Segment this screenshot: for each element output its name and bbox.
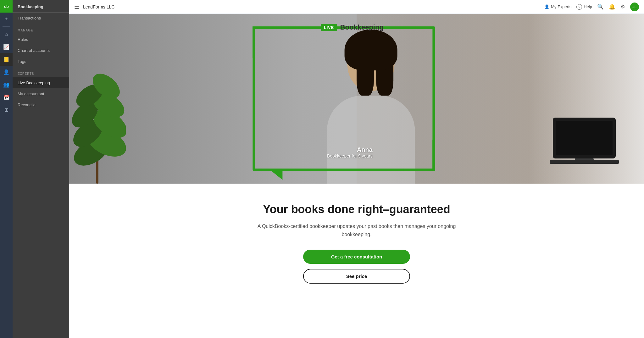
sidebar-item-reconcile[interactable]: Reconcile (13, 99, 69, 110)
bell-icon[interactable]: 🔔 (609, 3, 615, 10)
frame-bottom-right (403, 169, 435, 171)
live-bookkeeping-badge: LIVE Bookkeeping (321, 23, 384, 31)
hero-section: LIVE Bookkeeping Anna Bookkeeper for 9 y… (69, 14, 644, 184)
frame-right-bottom (432, 140, 435, 171)
rail-divider (3, 26, 10, 27)
chart-icon[interactable]: 📈 (0, 41, 13, 53)
chat-bubble (271, 171, 282, 180)
topnav: ☰ LeadForms LLC 👤 My Experts ? Help 🔍 🔔 … (69, 0, 644, 14)
svg-rect-10 (556, 121, 613, 155)
page-body: LIVE Bookkeeping Anna Bookkeeper for 9 y… (69, 14, 644, 338)
plant-decoration (72, 52, 126, 184)
calendar-icon[interactable]: 📅 (0, 91, 13, 103)
avatar[interactable]: JL (630, 3, 639, 11)
sidebar-section-experts: EXPERTS (13, 67, 69, 77)
sidebar-header: Bookkeeping (13, 0, 69, 13)
main-heading: Your books done right–guaranteed (253, 202, 460, 216)
question-icon: ? (576, 4, 582, 10)
add-icon[interactable]: + (0, 13, 13, 25)
content-section: Your books done right–guaranteed A Quick… (247, 184, 467, 309)
svg-rect-12 (575, 158, 594, 160)
help-button[interactable]: ? Help (576, 4, 592, 10)
sidebar-item-transactions[interactable]: Transactions (13, 13, 69, 24)
topnav-actions: 👤 My Experts ? Help 🔍 🔔 ⚙ JL (544, 3, 639, 11)
sidebar-section-manage: MANAGE (13, 24, 69, 34)
laptop-decoration (550, 114, 619, 171)
sidebar-item-my-accountant[interactable]: My accountant (13, 88, 69, 99)
sidebar-item-live-bookkeeping[interactable]: Live Bookkeeping (13, 77, 69, 88)
person-name: Anna (327, 146, 373, 153)
sidebar-item-chart-of-accounts[interactable]: Chart of accounts (13, 45, 69, 56)
my-experts-button[interactable]: 👤 My Experts (544, 4, 571, 9)
main-content: ☰ LeadForms LLC 👤 My Experts ? Help 🔍 🔔 … (69, 0, 644, 338)
frame-top-left (253, 26, 284, 29)
sidebar: Bookkeeping Transactions MANAGE Rules Ch… (13, 0, 69, 338)
get-consultation-button[interactable]: Get a free consultation (303, 250, 410, 264)
live-label: LIVE (321, 24, 337, 31)
nameplate: Anna Bookkeeper for 9 years (327, 146, 373, 158)
icon-rail: qb + ⌂ 📈 📒 👤 👥 📅 ⊞ (0, 0, 13, 338)
home-icon[interactable]: ⌂ (0, 28, 13, 41)
menu-icon[interactable]: ☰ (74, 3, 79, 10)
search-icon[interactable]: 🔍 (597, 3, 604, 10)
apps-icon[interactable]: ⊞ (0, 103, 13, 116)
gear-icon[interactable]: ⚙ (620, 3, 625, 10)
main-subtext: A QuickBooks-certified bookkeeper update… (253, 222, 460, 238)
frame-left-top (253, 26, 255, 58)
contacts2-icon[interactable]: 👥 (0, 78, 13, 91)
help-label: Help (584, 4, 592, 9)
qb-logo-text: qb (4, 4, 8, 9)
see-price-button[interactable]: See price (303, 269, 410, 284)
qb-logo[interactable]: qb (0, 0, 13, 13)
sidebar-item-rules[interactable]: Rules (13, 34, 69, 45)
company-name: LeadForms LLC (83, 4, 541, 9)
contacts-icon[interactable]: 👤 (0, 66, 13, 78)
sidebar-item-tags[interactable]: Tags (13, 56, 69, 67)
person-icon: 👤 (544, 4, 549, 9)
bookkeeping-icon[interactable]: 📒 (0, 53, 13, 66)
live-badge-text: Bookkeeping (340, 23, 384, 31)
my-experts-label: My Experts (551, 4, 571, 9)
person-title: Bookkeeper for 9 years (327, 153, 373, 158)
svg-rect-11 (550, 160, 619, 164)
